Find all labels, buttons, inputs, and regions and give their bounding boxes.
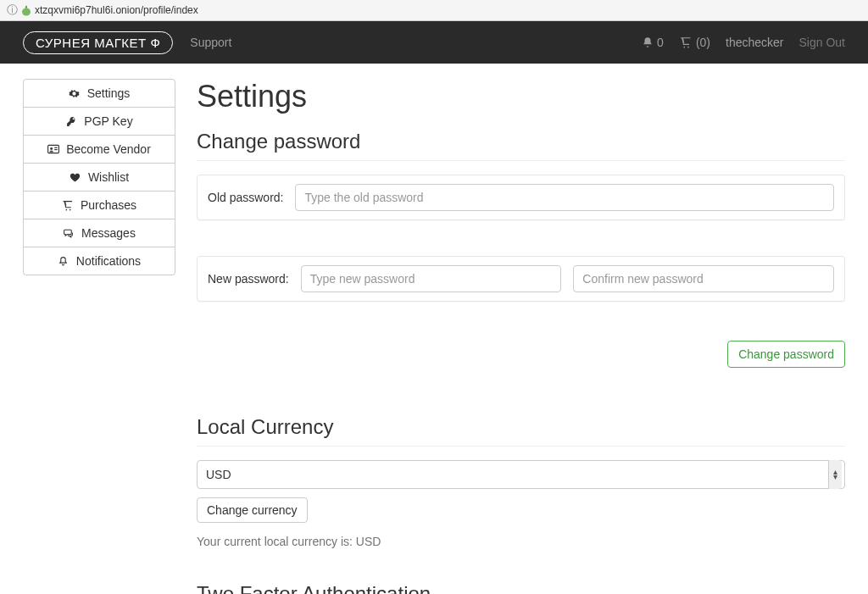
currency-note: Your current local currency is: USD	[197, 535, 845, 548]
top-navbar: СУРНЕЯ МАГКЕТ Ф Support 0 (0) thechecker…	[0, 21, 868, 64]
local-currency-heading: Local Currency	[197, 415, 845, 439]
key-icon	[65, 116, 77, 127]
old-password-panel: Old password:	[197, 175, 845, 220]
sidebar-label: Notifications	[76, 254, 141, 268]
gear-icon	[69, 88, 81, 99]
support-link[interactable]: Support	[190, 36, 231, 49]
old-password-label: Old password:	[208, 191, 283, 204]
sidebar-item-becomevendor[interactable]: Become Vendor	[23, 135, 175, 164]
bell-icon	[642, 36, 654, 48]
currency-select-wrap: USD ▴▾	[197, 460, 845, 489]
info-icon: ⓘ	[7, 3, 18, 18]
settings-sidebar: Settings PGP Key Become Vendor Wishlist …	[23, 79, 175, 594]
chat-icon	[63, 228, 75, 239]
sidebar-item-wishlist[interactable]: Wishlist	[23, 163, 175, 192]
sidebar-label: PGP Key	[84, 114, 132, 128]
change-password-button[interactable]: Change password	[727, 341, 845, 368]
divider	[197, 446, 845, 447]
sidebar-item-notifications[interactable]: Notifications	[23, 247, 175, 275]
username-label[interactable]: thechecker	[726, 36, 783, 49]
sidebar-item-settings[interactable]: Settings	[23, 79, 175, 108]
new-password-label: New password:	[208, 272, 289, 286]
page-title: Settings	[197, 79, 845, 114]
sidebar-item-pgpkey[interactable]: PGP Key	[23, 107, 175, 136]
browser-urlbar: ⓘ xtzqxvmi6p7hul6i.onion/profile/index	[0, 0, 868, 21]
tfa-heading: Two Factor Authentication	[197, 582, 845, 594]
brand-logo[interactable]: СУРНЕЯ МАГКЕТ Ф	[23, 31, 173, 54]
idcard-icon	[47, 144, 59, 154]
cart-icon	[62, 200, 74, 211]
chevron-updown-icon: ▴▾	[828, 460, 842, 489]
change-password-heading: Change password	[197, 130, 845, 153]
divider	[197, 160, 845, 161]
url-text: xtzqxvmi6p7hul6i.onion/profile/index	[35, 4, 198, 16]
new-password-panel: New password:	[197, 256, 845, 302]
sidebar-item-purchases[interactable]: Purchases	[23, 191, 175, 219]
cart-count: (0)	[696, 36, 710, 49]
svg-point-2	[50, 147, 53, 150]
notifications-indicator[interactable]: 0	[642, 36, 664, 49]
sidebar-label: Purchases	[81, 198, 136, 212]
sidebar-label: Settings	[87, 86, 131, 100]
signout-link[interactable]: Sign Out	[799, 36, 845, 49]
new-password-input[interactable]	[301, 265, 562, 292]
bell-icon	[58, 256, 70, 267]
currency-select[interactable]: USD	[197, 460, 845, 489]
cart-icon	[679, 36, 693, 48]
change-currency-button[interactable]: Change currency	[197, 497, 308, 523]
svg-point-0	[22, 8, 31, 16]
cart-indicator[interactable]: (0)	[679, 36, 710, 49]
confirm-password-input[interactable]	[573, 265, 834, 292]
sidebar-item-messages[interactable]: Messages	[23, 219, 175, 247]
old-password-input[interactable]	[295, 184, 834, 211]
sidebar-label: Messages	[81, 226, 136, 240]
heart-icon	[70, 172, 81, 183]
main-content: Settings Change password Old password: N…	[197, 79, 845, 594]
bell-count: 0	[657, 36, 664, 49]
tor-onion-icon	[21, 4, 31, 16]
sidebar-label: Wishlist	[88, 170, 129, 184]
sidebar-label: Become Vendor	[66, 142, 151, 156]
